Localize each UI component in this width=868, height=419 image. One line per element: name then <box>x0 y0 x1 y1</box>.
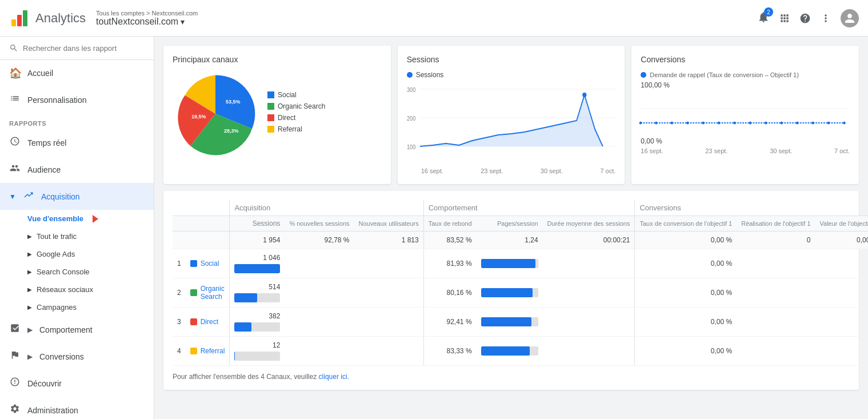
sidebar-item-acquisition[interactable]: ▼ Acquisition <box>0 183 154 210</box>
row3-taux-rebond: 92,41 % <box>423 308 476 337</box>
sidebar-item-comportement[interactable]: ▶ Comportement <box>0 316 154 343</box>
organic-sessions-bar <box>234 293 257 302</box>
decouvrir-icon <box>9 377 21 390</box>
table-row: 1 Social 1 046 <box>173 249 868 278</box>
nouveaux-header: Nouveaux utilisateurs <box>354 216 424 232</box>
conversions-chart-card: Conversions Demande de rappel (Taux de c… <box>631 46 859 184</box>
acquisition-table: Acquisition Comportement Conversions Ses… <box>173 200 868 366</box>
total-nouveaux: 1 813 <box>354 232 424 249</box>
row4-sessions: 12 <box>230 337 285 366</box>
table-footer-note: Pour afficher l'ensemble des 4 Canaux, v… <box>173 373 850 381</box>
row1-taux-conv: 0,00 % <box>635 249 737 278</box>
pie-chart-card: Principaux canaux <box>163 46 391 184</box>
svg-point-27 <box>827 122 830 125</box>
rank-4: 4 <box>173 337 186 366</box>
sidebar-item-temps-reel[interactable]: Temps réel <box>0 129 154 156</box>
sidebar-item-audience[interactable]: Audience <box>0 156 154 183</box>
referral-link[interactable]: Referral <box>190 347 225 355</box>
pie-label-social: Social <box>267 91 325 99</box>
chevron-reseaux-sociaux: ▶ <box>27 286 32 293</box>
sidebar-subitem-search-console[interactable]: ▶ Search Console <box>0 263 154 281</box>
pct-nouvelles-header: % nouvelles sessions <box>285 216 354 232</box>
direct-link[interactable]: Direct <box>190 318 225 326</box>
sidebar-subitem-tout-trafic[interactable]: ▶ Tout le trafic <box>0 228 154 245</box>
footer-link[interactable]: cliquer ici. <box>319 373 349 381</box>
taux-conv-header: Taux de conversion de l'objectif 1 <box>635 216 737 232</box>
home-icon: 🏠 <box>9 67 21 79</box>
header-actions: 2 <box>757 9 859 27</box>
notifications-button[interactable]: 2 <box>757 11 770 25</box>
sessions-x-labels: 16 sept. 23 sept. 30 sept. 7 oct. <box>407 167 616 174</box>
direct-pages-bar <box>481 317 531 326</box>
sidebar-item-decouvrir[interactable]: Découvrir <box>0 370 154 397</box>
conversions-section-header: Conversions <box>635 200 868 216</box>
more-options-button[interactable] <box>820 13 831 24</box>
conversions-icon <box>9 350 21 363</box>
svg-text:200: 200 <box>407 115 415 122</box>
social-pages-bar <box>481 259 535 268</box>
audience-icon <box>9 163 21 176</box>
personalisation-icon <box>9 93 21 106</box>
sidebar-item-conversions[interactable]: ▶ Conversions <box>0 343 154 370</box>
taux-rebond-header: Taux de rebond <box>423 216 476 232</box>
svg-point-23 <box>765 122 767 125</box>
data-table-card: Acquisition Comportement Conversions Ses… <box>163 191 859 390</box>
duree-header: Durée moyenne des sessions <box>543 216 635 232</box>
chevron-google-ads: ▶ <box>27 251 32 257</box>
main-layout: 🏠 Accueil Personnalisation RAPPORTS Temp… <box>0 37 868 419</box>
row3-taux-conv: 0,00 % <box>635 308 737 337</box>
user-avatar[interactable] <box>841 9 859 27</box>
sidebar-subitem-reseaux-sociaux[interactable]: ▶ Réseaux sociaux <box>0 281 154 298</box>
top-cards-row: Principaux canaux <box>163 46 859 184</box>
svg-point-19 <box>702 122 705 125</box>
sidebar-subitem-google-ads[interactable]: ▶ Google Ads <box>0 245 154 263</box>
account-name[interactable]: toutNextconseil.com ▾ <box>96 17 198 27</box>
acquisition-icon <box>23 190 34 203</box>
rank-3: 3 <box>173 308 186 337</box>
svg-point-28 <box>843 122 846 125</box>
sidebar-subitem-vue-ensemble[interactable]: Vue d'ensemble <box>0 210 154 228</box>
sessions-header: Sessions <box>230 216 285 232</box>
direct-color-box <box>267 114 274 121</box>
sidebar-item-administration[interactable]: Administration <box>0 397 154 419</box>
row2-taux-conv: 0,00 % <box>635 278 737 308</box>
svg-point-17 <box>671 122 674 125</box>
svg-point-13 <box>582 93 586 97</box>
organic-color-box <box>267 103 274 110</box>
chevron-search-console: ▶ <box>27 269 32 275</box>
conv-line-svg <box>641 91 850 126</box>
row3-sessions: 382 <box>230 308 285 337</box>
organic-link[interactable]: Organic Search <box>190 285 225 301</box>
vue-ensemble-arrow <box>93 215 98 223</box>
search-input[interactable] <box>23 44 145 53</box>
pie-label-referral: Referral <box>267 125 325 133</box>
sidebar: 🏠 Accueil Personnalisation RAPPORTS Temp… <box>0 37 154 419</box>
total-taux-conv: 0,00 % <box>635 232 737 249</box>
svg-text:100: 100 <box>407 144 415 150</box>
main-content: Principaux canaux <box>154 37 868 419</box>
sessions-chart-card: Sessions Sessions 300 200 100 <box>398 46 625 184</box>
svg-point-18 <box>686 122 689 125</box>
channel-header <box>186 216 230 232</box>
svg-point-15 <box>639 122 642 125</box>
social-link[interactable]: Social <box>190 260 225 268</box>
sidebar-item-personnalisation[interactable]: Personnalisation <box>0 86 154 113</box>
conversions-chart-title: Conversions <box>641 55 850 64</box>
apps-grid-button[interactable] <box>779 13 790 24</box>
sessions-legend: Sessions <box>407 71 616 79</box>
analytics-logo-icon <box>9 8 30 29</box>
dropdown-chevron-icon: ▾ <box>181 17 185 26</box>
organic-dot <box>190 289 197 296</box>
table-row: 2 Organic Search 514 <box>173 278 868 308</box>
account-area: Tous les comptes > Nextconseil.com toutN… <box>96 10 198 27</box>
svg-text:19,5%: 19,5% <box>191 114 206 119</box>
help-button[interactable] <box>799 13 811 24</box>
total-realisation: 0 <box>737 232 815 249</box>
conversions-expand: ▶ <box>27 353 33 361</box>
sidebar-item-accueil[interactable]: 🏠 Accueil <box>0 60 154 86</box>
social-color-box <box>267 91 274 98</box>
total-duree: 00:00:21 <box>543 232 635 249</box>
svg-point-25 <box>796 122 799 125</box>
sidebar-subitem-campagnes[interactable]: ▶ Campagnes <box>0 298 154 316</box>
comportement-expand: ▶ <box>27 326 33 334</box>
